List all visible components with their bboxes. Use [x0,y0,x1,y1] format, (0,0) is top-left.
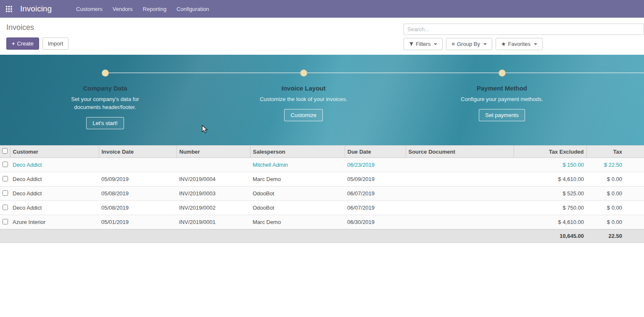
cell-salesperson[interactable]: OdooBot [250,201,345,215]
cell-customer[interactable]: Azure Interior [10,215,99,229]
menu-item-reporting[interactable]: Reporting [142,3,167,15]
star-icon: ★ [501,40,506,48]
totals-row: 10,645.00 22.50 [0,229,644,243]
cell-source-document[interactable] [406,186,514,201]
total-tax-excluded: 10,645.00 [514,229,586,243]
select-all-cell[interactable] [0,146,10,158]
cell-salesperson[interactable]: Mitchell Admin [250,158,345,172]
set-payments-button[interactable]: Set payments [479,109,525,121]
menu-item-customers[interactable]: Customers [75,3,103,15]
column-header-salesperson[interactable]: Salesperson [250,146,345,158]
app-title[interactable]: Invoicing [20,4,52,13]
column-header-source-document[interactable]: Source Document [406,146,514,158]
row-checkbox[interactable] [3,176,8,181]
cell-source-document[interactable] [406,172,514,186]
cell-number[interactable]: INV/2019/0003 [177,186,250,201]
group-by-button-label: Group By [457,40,480,48]
cell-invoice-date[interactable] [99,158,177,172]
top-navbar: Invoicing Customers Vendors Reporting Co… [0,0,644,18]
column-header-tax[interactable]: Tax [586,146,644,158]
plus-icon: + [12,40,15,47]
cell-customer[interactable]: Deco Addict [10,172,99,186]
cell-source-document[interactable] [406,201,514,215]
customize-button[interactable]: Customize [284,109,322,121]
cell-tax[interactable]: $ 22.50 [586,158,644,172]
table-row[interactable]: Azure Interior05/01/2019INV/2019/0001Mar… [0,215,644,229]
cell-due-date[interactable]: 06/30/2019 [345,215,406,229]
cell-tax-excluded[interactable]: $ 150.00 [514,158,586,172]
cell-source-document[interactable] [406,158,514,172]
invoice-table-body: Deco AddictMitchell Admin06/23/2019$ 150… [0,158,644,229]
cell-tax[interactable]: $ 0.00 [586,201,644,215]
column-header-due-date[interactable]: Due Date [345,146,406,158]
cell-due-date[interactable]: 06/07/2019 [345,186,406,201]
caret-down-icon [483,43,487,45]
page-title: Invoices [6,22,69,33]
column-header-invoice-date[interactable]: Invoice Date [99,146,177,158]
create-button[interactable]: + Create [6,37,39,50]
cell-number[interactable]: INV/2019/0002 [177,201,250,215]
cell-number[interactable] [177,158,250,172]
table-row[interactable]: Deco Addict05/08/2019INV/2019/0003OdooBo… [0,186,644,201]
menu-item-vendors[interactable]: Vendors [112,3,134,15]
favorites-button[interactable]: ★ Favorites [496,38,543,50]
table-row[interactable]: Deco AddictMitchell Admin06/23/2019$ 150… [0,158,644,172]
lets-start-button[interactable]: Let's start! [86,117,124,129]
cell-tax-excluded[interactable]: $ 525.00 [514,186,586,201]
total-tax: 22.50 [586,229,644,243]
action-buttons: + Create Import [6,37,69,50]
column-header-customer[interactable]: Customer [10,146,99,158]
cell-number[interactable]: INV/2019/0001 [177,215,250,229]
cell-due-date[interactable]: 06/07/2019 [345,201,406,215]
column-header-number[interactable]: Number [177,146,250,158]
row-select-cell[interactable] [0,215,10,229]
row-select-cell[interactable] [0,186,10,201]
cell-invoice-date[interactable]: 05/08/2019 [99,201,177,215]
row-checkbox[interactable] [3,162,8,167]
row-checkbox[interactable] [3,190,8,196]
cell-tax-excluded[interactable]: $ 750.00 [514,201,586,215]
row-checkbox[interactable] [3,219,8,224]
table-row[interactable]: Deco Addict05/08/2019INV/2019/0002OdooBo… [0,201,644,215]
cell-number[interactable]: INV/2019/0004 [177,172,250,186]
onboarding-step-payment-method: Payment Method Configure your payment me… [439,55,565,121]
table-row[interactable]: Deco Addict05/09/2019INV/2019/0004Marc D… [0,172,644,186]
cell-invoice-date[interactable]: 05/09/2019 [99,172,177,186]
cell-salesperson[interactable]: OdooBot [250,186,345,201]
menu-item-configuration[interactable]: Configuration [176,3,210,15]
select-all-checkbox[interactable] [2,148,8,154]
cell-tax-excluded[interactable]: $ 4,610.00 [514,172,586,186]
import-button-label: Import [48,40,63,47]
filters-button-label: Filters [416,40,430,48]
cell-invoice-date[interactable]: 05/01/2019 [99,215,177,229]
caret-down-icon [534,43,537,45]
import-button[interactable]: Import [42,37,69,50]
cell-tax[interactable]: $ 0.00 [586,215,644,229]
cell-customer[interactable]: Deco Addict [10,201,99,215]
cell-source-document[interactable] [406,215,514,229]
cell-tax[interactable]: $ 0.00 [586,172,644,186]
apps-grid-icon[interactable] [3,3,14,14]
step-dot [102,69,109,77]
cell-tax-excluded[interactable]: $ 4,610.00 [514,215,586,229]
cell-customer[interactable]: Deco Addict [10,186,99,201]
row-select-cell[interactable] [0,158,10,172]
group-by-icon: ≡ [451,40,455,48]
group-by-button[interactable]: ≡ Group By [446,38,492,50]
cell-due-date[interactable]: 06/23/2019 [345,158,406,172]
cell-invoice-date[interactable]: 05/08/2019 [99,186,177,201]
navbar-menu: Customers Vendors Reporting Configuratio… [75,3,210,15]
cell-salesperson[interactable]: Marc Demo [250,172,345,186]
cell-customer[interactable]: Deco Addict [10,158,99,172]
row-select-cell[interactable] [0,172,10,186]
column-header-tax-excluded[interactable]: Tax Excluded [514,146,586,158]
row-select-cell[interactable] [0,201,10,215]
search-input[interactable] [404,24,644,35]
cell-due-date[interactable]: 05/09/2019 [345,172,406,186]
create-button-label: Create [17,40,34,47]
cell-tax[interactable]: $ 0.00 [586,186,644,201]
step-description: Customize the look of your invoices. [256,95,351,103]
filters-button[interactable]: Filters [404,38,443,50]
row-checkbox[interactable] [3,205,8,210]
cell-salesperson[interactable]: Marc Demo [250,215,345,229]
